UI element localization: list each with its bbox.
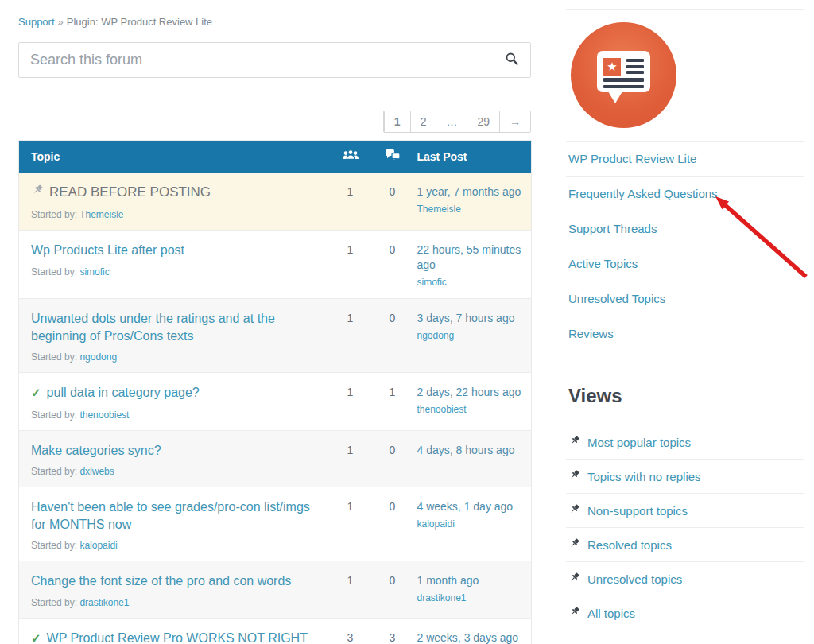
sidebar-link[interactable]: Support Threads [568,222,657,235]
sidebar-item-reviews[interactable]: Reviews [566,316,804,351]
topic-row: Make categories sync? Started by: dxlweb… [19,430,532,487]
topic-row: Unwanted dots under the ratings and at t… [19,298,532,372]
sidebar-item-unresolved-topics[interactable]: Unresolved Topics [566,281,804,316]
view-item-resolved[interactable]: Resolved topics [566,528,804,562]
view-item-unresolved[interactable]: Unresolved topics [566,562,804,596]
views-heading: Views [566,385,804,425]
breadcrumb: Support»Plugin: WP Product Review Lite [18,16,531,28]
started-by-label: Started by: [31,409,77,421]
view-link[interactable]: Non-support topics [587,504,688,518]
voices-column-icon [331,141,370,173]
topic-author-link[interactable]: drastikone1 [79,597,129,608]
views-list: Most popular topics Topics with no repli… [566,425,804,630]
sidebar-link[interactable]: Frequently Asked Questions [568,187,718,200]
freshness-link[interactable]: 4 weeks, 1 day ago [417,499,524,514]
view-link[interactable]: Resolved topics [587,538,672,552]
freshness-link[interactable]: 3 days, 7 hours ago [417,311,524,326]
view-item-non-support[interactable]: Non-support topics [566,494,804,528]
view-link[interactable]: Topics with no replies [587,470,701,483]
topic-author-link[interactable]: ngodong [79,351,117,363]
topic-row: ✓ pull data in category page? Started by… [19,373,532,431]
breadcrumb-current: Plugin: WP Product Review Lite [67,16,212,28]
last-poster-link[interactable]: kalopaidi [417,518,524,530]
last-poster-link[interactable]: drastikone1 [417,592,524,604]
topic-link[interactable]: WP Product Review Pro WORKS NOT RIGHT [47,630,308,644]
last-poster-link[interactable]: Themeisle [417,203,524,215]
topic-link[interactable]: READ BEFORE POSTING [49,184,211,202]
topic-row: Haven't been able to see grades/pro-con … [19,487,532,561]
pushpin-icon [568,469,580,483]
search-button[interactable] [505,52,519,68]
next-page-button[interactable]: → [499,111,530,132]
pushpin-icon [568,503,580,518]
last-poster-link[interactable]: simofic [417,276,524,289]
topic-row: Wp Products Lite after post Started by: … [19,230,532,298]
last-poster-link[interactable]: ngodong [417,329,524,342]
sidebar-link[interactable]: Unresolved Topics [568,292,665,305]
replies-column-icon [370,141,416,173]
freshness-link[interactable]: 1 month ago [417,573,524,588]
forum-search-box [18,42,531,78]
freshness-link[interactable]: 2 weeks, 3 days ago [417,630,524,644]
topic-link[interactable]: Unwanted dots under the ratings and at t… [31,312,275,343]
page-number[interactable]: 29 [467,111,499,132]
sidebar-link[interactable]: Reviews [568,327,614,340]
last-poster-link[interactable]: thenoobiest [417,403,524,416]
pushpin-icon [568,537,580,552]
replies-count: 0 [370,430,416,487]
view-link[interactable]: Most popular topics [587,436,691,449]
pushpin-icon [31,184,44,202]
sidebar-item-faq[interactable]: Frequently Asked Questions [566,177,804,211]
freshness-link[interactable]: 2 days, 22 hours ago [417,385,524,400]
voices-count: 1 [331,298,370,372]
plugin-logo-section: ★ [566,10,804,142]
sidebar-item-plugin-home[interactable]: WP Product Review Lite [566,142,804,177]
voices-count: 1 [331,173,370,230]
pagination: 1 2 … 29 → [18,111,531,133]
topic-link[interactable]: pull data in category page? [47,384,200,402]
replies-count: 0 [370,230,416,298]
topic-author-link[interactable]: kalopaidi [79,540,117,551]
voices-count: 1 [331,430,370,487]
topic-author-link[interactable]: thenoobiest [79,409,129,421]
topic-row: ✓ WP Product Review Pro WORKS NOT RIGHT … [19,618,532,644]
voices-count: 1 [331,487,370,561]
replies-count: 0 [370,561,416,619]
resolved-check-icon: ✓ [31,630,41,644]
page-ellipsis: … [436,111,467,132]
freshness-link[interactable]: 4 days, 8 hours ago [417,443,524,458]
view-link[interactable]: All topics [587,607,635,620]
view-item-all-topics[interactable]: All topics [566,596,804,630]
freshness-link[interactable]: 1 year, 7 months ago [417,184,524,200]
topic-author-link[interactable]: simofic [79,266,109,277]
sidebar-link[interactable]: Active Topics [568,257,638,270]
column-header-last-post: Last Post [416,141,532,173]
sidebar-item-active-topics[interactable]: Active Topics [566,246,804,281]
pushpin-icon [568,606,580,620]
voices-count: 1 [331,561,370,619]
sidebar-item-support-threads[interactable]: Support Threads [566,211,804,246]
breadcrumb-support-link[interactable]: Support [18,16,55,28]
page-number[interactable]: 2 [410,111,436,132]
pushpin-icon [568,435,580,449]
topic-link[interactable]: Change the font size of the pro and con … [31,574,291,588]
topic-author-link[interactable]: dxlwebs [79,466,114,477]
topic-link[interactable]: Wp Products Lite after post [31,243,184,257]
freshness-link[interactable]: 22 hours, 55 minutes ago [417,242,524,273]
plugin-logo-icon: ★ [571,22,676,128]
sidebar-link[interactable]: WP Product Review Lite [568,152,696,165]
column-header-topic: Topic [19,141,331,173]
view-link[interactable]: Unresolved topics [587,572,682,586]
page-number-current[interactable]: 1 [384,111,410,132]
replies-count: 0 [370,487,416,561]
voices-count: 3 [331,618,370,644]
topic-link[interactable]: Haven't been able to see grades/pro-con … [31,500,310,531]
star-icon: ★ [603,58,621,76]
main-column: Support»Plugin: WP Product Review Lite 1… [18,0,531,644]
view-item-most-popular[interactable]: Most popular topics [566,425,804,460]
topic-link[interactable]: Make categories sync? [31,444,161,457]
started-by-label: Started by: [31,466,77,477]
topic-author-link[interactable]: Themeisle [79,209,123,220]
view-item-no-replies[interactable]: Topics with no replies [566,460,804,494]
search-input[interactable] [30,52,505,68]
